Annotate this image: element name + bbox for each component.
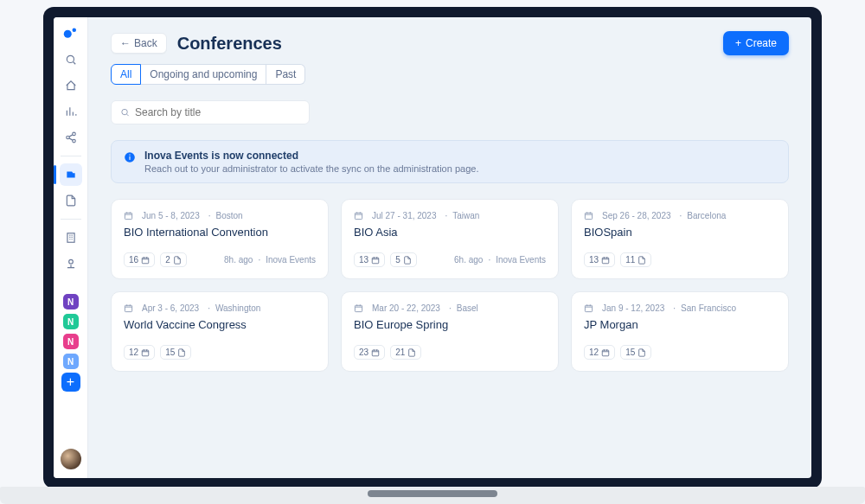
svg-point-4 (66, 136, 69, 139)
card-meta: 6h. agoInova Events (454, 255, 546, 265)
svg-point-0 (63, 29, 71, 37)
sidebar-share[interactable] (60, 126, 82, 149)
calendar-icon (124, 303, 133, 313)
monitor-frame: NNNN + ← Back Conferences + Create All O… (43, 7, 822, 488)
create-label: Create (746, 37, 777, 49)
filter-tabs: All Ongoing and upcoming Past (111, 64, 789, 85)
calendar-icon (124, 211, 133, 220)
stat-documents: 15 (160, 345, 191, 360)
calendar-icon (354, 211, 363, 220)
card-location: Taiwan (445, 211, 480, 220)
svg-rect-6 (67, 233, 74, 243)
main-content: ← Back Conferences + Create All Ongoing … (88, 17, 811, 478)
monitor-stand (0, 487, 865, 504)
card-title: BIOSpain (584, 226, 776, 239)
conference-card[interactable]: Jan 9 - 12, 2023 San Francisco JP Morgan… (571, 291, 789, 372)
card-title: World Vaccine Congress (124, 318, 316, 331)
sidebar-conferences[interactable] (60, 163, 82, 186)
conference-card[interactable]: Jul 27 - 31, 2023 Taiwan BIO Asia 13 5 6… (341, 199, 559, 279)
sidebar-company[interactable] (60, 226, 82, 249)
tab-ongoing-upcoming[interactable]: Ongoing and upcoming (141, 64, 266, 85)
info-icon (124, 151, 136, 174)
tab-all[interactable]: All (111, 64, 141, 85)
back-label: Back (134, 37, 157, 49)
card-location: Washington (208, 303, 260, 313)
app-screen: NNNN + ← Back Conferences + Create All O… (54, 17, 811, 478)
svg-point-7 (68, 259, 73, 264)
sidebar-divider (61, 219, 81, 220)
card-title: BIO Europe Spring (354, 318, 546, 331)
banner-text: Reach out to your administrator to activ… (144, 163, 478, 174)
svg-point-1 (72, 28, 76, 32)
tab-past[interactable]: Past (266, 64, 305, 85)
search-box[interactable] (111, 100, 310, 124)
info-banner: Inova Events is now connected Reach out … (111, 140, 789, 183)
sidebar-documents[interactable] (60, 189, 82, 212)
calendar-icon (354, 303, 363, 313)
workspace-tag[interactable]: N (63, 314, 79, 329)
search-icon (120, 107, 130, 118)
stat-meetings: 16 (124, 252, 155, 267)
stat-meetings: 12 (124, 345, 155, 360)
card-title: BIO International Convention (124, 226, 316, 239)
card-date: Jul 27 - 31, 2023 (372, 211, 437, 220)
svg-point-5 (72, 139, 75, 143)
search-input[interactable] (135, 106, 300, 118)
user-avatar[interactable] (61, 449, 81, 469)
back-button[interactable]: ← Back (111, 33, 167, 54)
sidebar-download[interactable] (60, 252, 82, 275)
card-date: Jan 9 - 12, 2023 (602, 303, 664, 313)
card-title: BIO Asia (354, 226, 546, 239)
svg-point-2 (67, 55, 74, 62)
banner-title: Inova Events is now connected (144, 150, 478, 162)
stat-documents: 5 (390, 252, 417, 267)
conference-card[interactable]: Apr 3 - 6, 2023 Washington World Vaccine… (111, 291, 329, 372)
card-date: Jun 5 - 8, 2023 (142, 211, 200, 220)
card-title: JP Morgan (584, 318, 776, 331)
conference-grid: Jun 5 - 8, 2023 Boston BIO International… (111, 199, 789, 372)
sidebar-search[interactable] (60, 48, 82, 71)
conference-card[interactable]: Sep 26 - 28, 2023 Barcelona BIOSpain 13 … (571, 199, 789, 279)
sidebar-workspace-tags: NNNN (63, 294, 79, 369)
plus-icon: + (735, 37, 741, 49)
workspace-tag[interactable]: N (63, 294, 79, 309)
stat-documents: 21 (390, 345, 421, 360)
sidebar-home[interactable] (60, 74, 82, 97)
stat-meetings: 23 (354, 345, 385, 360)
conference-card[interactable]: Jun 5 - 8, 2023 Boston BIO International… (111, 199, 329, 279)
stat-meetings: 13 (584, 252, 615, 267)
workspace-tag[interactable]: N (63, 334, 79, 349)
app-logo (63, 26, 79, 38)
card-location: Barcelona (680, 211, 727, 220)
sidebar: NNNN + (54, 17, 88, 478)
stat-documents: 15 (620, 345, 651, 360)
sidebar-divider (61, 156, 81, 156)
card-date: Mar 20 - 22, 2023 (372, 303, 440, 313)
svg-point-3 (72, 132, 75, 136)
page-header: ← Back Conferences + Create (111, 31, 789, 55)
arrow-left-icon: ← (120, 37, 131, 49)
conference-card[interactable]: Mar 20 - 22, 2023 Basel BIO Europe Sprin… (341, 291, 559, 372)
svg-point-8 (122, 109, 127, 114)
calendar-icon (584, 211, 593, 220)
stat-meetings: 13 (354, 252, 385, 267)
card-location: Boston (208, 211, 243, 220)
calendar-icon (584, 303, 593, 313)
card-location: Basel (449, 303, 478, 313)
svg-rect-10 (129, 156, 130, 160)
create-button[interactable]: + Create (723, 31, 789, 55)
card-location: San Francisco (673, 303, 736, 313)
stat-documents: 11 (620, 252, 651, 267)
stat-documents: 2 (160, 252, 187, 267)
page-title: Conferences (177, 34, 282, 54)
workspace-tag[interactable]: N (63, 354, 79, 369)
svg-rect-11 (129, 155, 130, 156)
card-meta: 8h. agoInova Events (224, 255, 316, 265)
sidebar-analytics[interactable] (60, 100, 82, 123)
card-date: Sep 26 - 28, 2023 (602, 211, 671, 220)
card-date: Apr 3 - 6, 2023 (142, 303, 199, 313)
sidebar-add-workspace[interactable]: + (61, 373, 80, 392)
stat-meetings: 12 (584, 345, 615, 360)
